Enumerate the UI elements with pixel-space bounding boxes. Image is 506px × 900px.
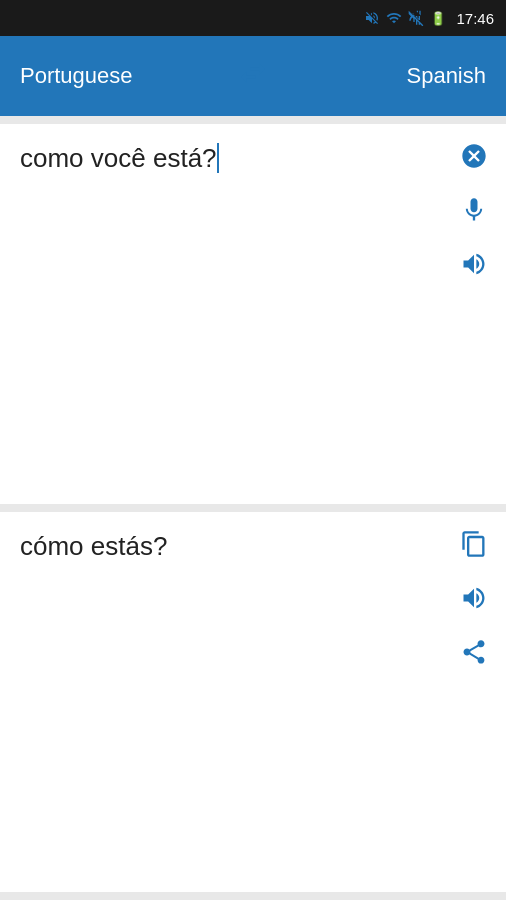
source-speaker-button[interactable] <box>456 246 492 282</box>
status-icons: 🔋 17:46 <box>364 10 494 27</box>
target-language[interactable]: Spanish <box>279 63 486 89</box>
share-button[interactable] <box>456 634 492 670</box>
target-panel-icons <box>456 526 492 670</box>
wifi-icon <box>386 10 402 26</box>
microphone-button[interactable] <box>456 192 492 228</box>
battery-icon: 🔋 <box>430 11 446 26</box>
clear-button[interactable] <box>456 138 492 174</box>
target-panel: cómo estás? <box>0 512 506 892</box>
main-content: como você está? <box>0 116 506 900</box>
source-language[interactable]: Portuguese <box>20 63 227 89</box>
copy-button[interactable] <box>456 526 492 562</box>
cursor <box>217 143 219 173</box>
source-text[interactable]: como você está? <box>20 140 490 488</box>
status-bar: 🔋 17:46 <box>0 0 506 36</box>
status-time: 17:46 <box>456 10 494 27</box>
signal-icon <box>408 10 424 26</box>
source-panel-icons <box>456 138 492 282</box>
mute-icon <box>364 10 380 26</box>
language-header: Portuguese Spanish <box>0 36 506 116</box>
translated-text: cómo estás? <box>20 528 490 876</box>
swap-languages-button[interactable] <box>227 47 279 106</box>
target-speaker-button[interactable] <box>456 580 492 616</box>
source-input-text: como você está? <box>20 143 217 173</box>
source-panel: como você está? <box>0 124 506 504</box>
